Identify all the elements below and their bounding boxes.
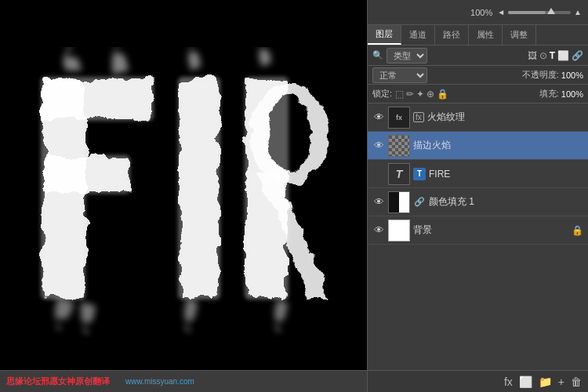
panel-bottom: fx ⬜ 📁 + 🗑: [368, 370, 588, 392]
canvas-content: 思缘论坛邢愿女神原创翻译 www.missyuan.com: [0, 0, 367, 392]
layer-thumb-3: T: [388, 163, 410, 185]
watermark-text: 思缘论坛邢愿女神原创翻译: [6, 376, 110, 387]
canvas-area: 思缘论坛邢愿女神原创翻译 www.missyuan.com: [0, 0, 367, 392]
panel-tabs: 图层 通道 路径 属性 调整: [368, 25, 588, 45]
zoom-control: 100% ◄ ▲: [470, 8, 582, 17]
blend-row: 正常 不透明度: 100%: [368, 66, 588, 85]
layer-link-icon-4: 🔗: [414, 197, 425, 207]
watermark-url: www.missyuan.com: [125, 377, 194, 386]
panel-search: 🔍 类型 🖼 ⊙ T ⬜ 🔗: [368, 45, 588, 66]
panel-new-layer-button[interactable]: +: [558, 376, 564, 388]
lock-icons: ⬚ ✏ ✦ ⊕ 🔒: [395, 89, 448, 100]
search-icon-image[interactable]: 🖼: [528, 50, 537, 61]
search-icon-shape[interactable]: ⬜: [557, 50, 569, 61]
opacity-value[interactable]: 100%: [561, 71, 583, 80]
lock-transparency-icon[interactable]: ⬚: [395, 89, 404, 100]
layer-thumb-5: [388, 220, 410, 241]
layer-name-3: FIRE: [429, 169, 583, 180]
search-type-select[interactable]: 类型: [387, 48, 427, 64]
svg-rect-9: [41, 77, 154, 121]
layer-thumb-4: [388, 191, 410, 213]
zoom-arrow-right[interactable]: ▲: [574, 8, 582, 16]
layer-lock-icon-5: 🔒: [572, 225, 583, 236]
panel-fx-button[interactable]: fx: [504, 376, 513, 388]
layer-thumb-1: fx: [388, 107, 410, 129]
layer-name-1: 火焰纹理: [427, 111, 583, 124]
panel-mask-button[interactable]: ⬜: [519, 376, 532, 388]
layer-thumb-2: [388, 135, 410, 157]
layer-item[interactable]: 👁 描边火焰: [368, 132, 588, 160]
blend-mode-select[interactable]: 正常: [372, 67, 427, 83]
svg-rect-10: [41, 155, 130, 194]
search-icon: 🔍: [372, 50, 383, 60]
layer-type-icon-3: T: [413, 168, 426, 180]
svg-rect-11: [178, 77, 220, 299]
tab-layers[interactable]: 图层: [368, 25, 401, 45]
zoom-slider[interactable]: [508, 11, 571, 14]
lock-row: 锁定: ⬚ ✏ ✦ ⊕ 🔒 填充: 100%: [368, 85, 588, 103]
svg-rect-12: [245, 77, 289, 299]
layer-item[interactable]: T T FIRE: [368, 160, 588, 188]
search-icons-right: 🖼 ⊙ T ⬜ 🔗: [528, 50, 583, 61]
layers-list: 👁 fx fx 火焰纹理 👁 描边火焰 T: [368, 103, 588, 370]
zoom-arrow-left[interactable]: ◄: [497, 8, 505, 16]
panel-delete-button[interactable]: 🗑: [571, 376, 582, 388]
layer-visibility-1[interactable]: 👁: [372, 111, 385, 123]
fill-control: 填充: 100%: [539, 88, 583, 100]
layer-visibility-2[interactable]: 👁: [372, 140, 385, 151]
fire-text-container: [0, 0, 367, 392]
opacity-label: 不透明度:: [522, 69, 559, 81]
lock-label: 锁定:: [372, 88, 392, 100]
search-icon-adjust[interactable]: ⊙: [539, 50, 547, 61]
lock-position-icon[interactable]: ✦: [416, 89, 424, 100]
tab-paths[interactable]: 路径: [435, 25, 469, 45]
lock-all-icon[interactable]: 🔒: [437, 89, 448, 100]
search-icon-smart[interactable]: 🔗: [572, 50, 583, 61]
layer-item[interactable]: 👁 背景 🔒: [368, 216, 588, 245]
layer-name-2: 描边火焰: [413, 139, 583, 152]
panel-group-button[interactable]: 📁: [539, 376, 552, 388]
tab-properties[interactable]: 属性: [469, 25, 503, 45]
lock-paint-icon[interactable]: ✏: [406, 89, 414, 100]
layer-item[interactable]: 👁 🔗 颜色填充 1: [368, 188, 588, 216]
fill-value[interactable]: 100%: [561, 89, 583, 99]
search-icon-text[interactable]: T: [550, 50, 555, 61]
tab-channels[interactable]: 通道: [401, 25, 435, 45]
zoom-value: 100%: [470, 8, 492, 17]
layer-name-4: 颜色填充 1: [429, 195, 583, 209]
right-panel: 100% ◄ ▲ 图层 通道 路径 属性 调整 🔍 类型 🖼: [367, 0, 588, 392]
bottom-bar: 思缘论坛邢愿女神原创翻译 www.missyuan.com: [0, 370, 367, 392]
panel-toolbar: 100% ◄ ▲: [368, 0, 588, 25]
main-layout: 思缘论坛邢愿女神原创翻译 www.missyuan.com 100% ◄ ▲ 图…: [0, 0, 588, 392]
layer-fx-badge-1: fx: [413, 112, 424, 122]
layer-item[interactable]: 👁 fx fx 火焰纹理: [368, 103, 588, 132]
layer-visibility-5[interactable]: 👁: [372, 224, 385, 236]
opacity-control: 不透明度: 100%: [522, 69, 583, 81]
layer-name-5: 背景: [413, 223, 568, 237]
tab-adjustments[interactable]: 调整: [503, 25, 536, 45]
layer-visibility-4[interactable]: 👁: [372, 196, 385, 208]
lock-artboard-icon[interactable]: ⊕: [426, 89, 434, 100]
fill-label: 填充:: [539, 88, 559, 100]
